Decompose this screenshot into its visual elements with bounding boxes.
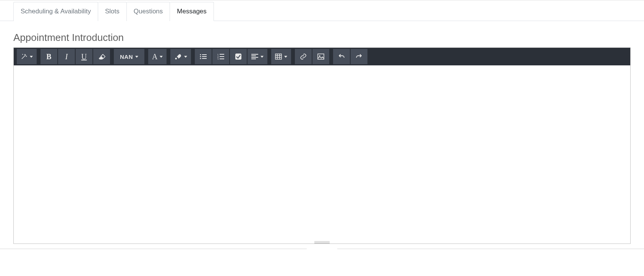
caret-down-icon bbox=[184, 56, 187, 58]
image-icon bbox=[317, 54, 324, 60]
clear-formatting-button[interactable] bbox=[93, 49, 110, 64]
tab-scheduling-availability[interactable]: Scheduling & Availability bbox=[13, 2, 98, 21]
tabs-row: Scheduling & Availability Slots Question… bbox=[0, 2, 644, 21]
font-icon: A bbox=[152, 52, 157, 61]
font-size-dropdown[interactable]: NAN bbox=[114, 49, 144, 64]
bottom-divider bbox=[0, 248, 644, 249]
svg-point-3 bbox=[200, 56, 201, 57]
svg-point-5 bbox=[200, 58, 201, 59]
caret-down-icon bbox=[261, 56, 264, 58]
undo-icon bbox=[338, 53, 345, 60]
svg-point-0 bbox=[175, 58, 177, 60]
underline-button[interactable]: U bbox=[76, 49, 92, 64]
checkbox-icon bbox=[235, 53, 242, 60]
ordered-list-button[interactable]: 1 2 3 bbox=[212, 49, 229, 64]
svg-rect-6 bbox=[202, 58, 207, 59]
tab-messages[interactable]: Messages bbox=[170, 2, 214, 21]
svg-rect-2 bbox=[202, 54, 207, 55]
svg-text:3: 3 bbox=[217, 58, 219, 60]
link-button[interactable] bbox=[295, 49, 312, 64]
caret-down-icon bbox=[30, 56, 33, 58]
svg-rect-14 bbox=[251, 54, 258, 55]
tab-slots[interactable]: Slots bbox=[98, 2, 127, 21]
editor-content-area[interactable] bbox=[14, 65, 630, 240]
numbered-list-icon: 1 2 3 bbox=[217, 54, 224, 60]
color-dropdown[interactable] bbox=[170, 49, 191, 64]
undo-button[interactable] bbox=[333, 49, 350, 64]
table-icon bbox=[275, 54, 282, 60]
redo-icon bbox=[356, 53, 362, 60]
paint-brush-icon bbox=[174, 53, 182, 60]
tabs: Scheduling & Availability Slots Question… bbox=[13, 2, 644, 21]
svg-rect-13 bbox=[235, 54, 241, 60]
unordered-list-button[interactable] bbox=[195, 49, 212, 64]
font-family-dropdown[interactable]: A bbox=[148, 49, 167, 64]
bullet-list-icon bbox=[200, 54, 207, 60]
svg-rect-17 bbox=[251, 58, 256, 59]
svg-rect-15 bbox=[251, 55, 256, 56]
align-left-icon bbox=[251, 54, 258, 60]
svg-rect-8 bbox=[220, 54, 224, 55]
svg-rect-16 bbox=[251, 57, 258, 58]
svg-rect-4 bbox=[202, 56, 207, 57]
svg-rect-23 bbox=[318, 54, 324, 59]
caret-down-icon bbox=[135, 56, 138, 58]
table-dropdown[interactable] bbox=[271, 49, 291, 64]
bold-button[interactable]: B bbox=[40, 49, 57, 64]
font-size-label: NAN bbox=[120, 54, 133, 60]
svg-rect-18 bbox=[275, 54, 282, 59]
redo-button[interactable] bbox=[351, 49, 367, 64]
editor-toolbar: B I U NAN bbox=[14, 48, 630, 65]
checklist-button[interactable] bbox=[230, 49, 247, 64]
italic-button[interactable]: I bbox=[58, 49, 75, 64]
style-wand-button[interactable] bbox=[17, 49, 37, 64]
paragraph-align-dropdown[interactable] bbox=[248, 49, 267, 64]
tab-questions[interactable]: Questions bbox=[127, 2, 170, 21]
caret-down-icon bbox=[284, 56, 287, 58]
resize-handle[interactable] bbox=[14, 240, 630, 244]
eraser-icon bbox=[98, 53, 105, 60]
svg-rect-10 bbox=[220, 56, 224, 57]
rich-text-editor: B I U NAN bbox=[13, 47, 631, 244]
image-button[interactable] bbox=[312, 49, 329, 64]
link-icon bbox=[300, 53, 307, 60]
section-title: Appointment Introduction bbox=[13, 32, 631, 44]
magic-wand-icon bbox=[21, 53, 28, 60]
svg-rect-12 bbox=[220, 58, 224, 59]
svg-point-1 bbox=[200, 54, 201, 55]
caret-down-icon bbox=[160, 56, 163, 58]
